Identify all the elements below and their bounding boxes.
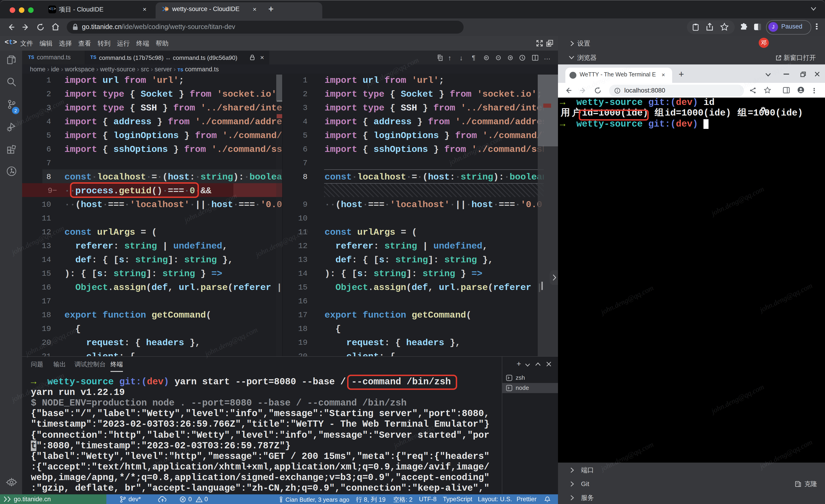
svg-text:us: us bbox=[165, 8, 168, 10]
